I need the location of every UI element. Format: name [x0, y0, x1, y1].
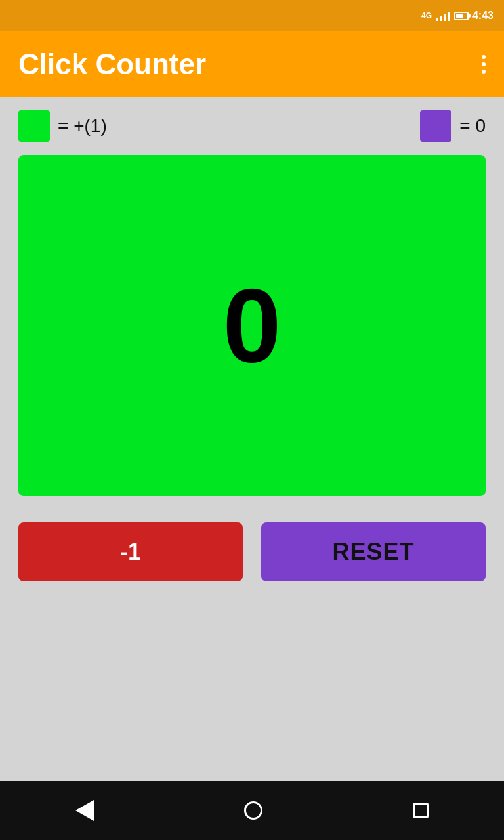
legend-right: = 0 — [420, 110, 486, 142]
back-icon — [75, 800, 94, 821]
more-dot — [482, 62, 486, 66]
legend-left: = +(1) — [18, 110, 107, 142]
network-indicator: 4G — [421, 11, 432, 20]
counter-value: 0 — [223, 273, 282, 378]
more-dot — [482, 70, 486, 74]
recents-button[interactable] — [413, 803, 429, 818]
reset-button[interactable]: RESET — [261, 522, 486, 581]
more-options-button[interactable] — [482, 55, 486, 74]
signal-icon — [436, 10, 450, 21]
increment-label: = +(1) — [58, 116, 107, 136]
nav-bar — [0, 781, 504, 840]
increment-swatch — [18, 110, 50, 142]
battery-icon — [454, 12, 469, 20]
reset-label: = 0 — [459, 116, 486, 136]
more-dot — [482, 55, 486, 59]
app-title: Click Counter — [18, 48, 206, 81]
back-button[interactable] — [75, 800, 94, 821]
spacer — [0, 595, 504, 781]
action-buttons: -1 RESET — [0, 496, 504, 595]
legend-row: = +(1) = 0 — [0, 97, 504, 155]
time-display: 4:43 — [472, 10, 494, 22]
reset-swatch — [420, 110, 452, 142]
decrement-button[interactable]: -1 — [18, 522, 243, 581]
app-bar: Click Counter — [0, 32, 504, 97]
counter-button[interactable]: 0 — [18, 155, 486, 496]
home-icon — [244, 801, 262, 820]
recents-icon — [413, 803, 429, 818]
home-button[interactable] — [244, 801, 262, 820]
status-bar: 4G 4:43 — [0, 0, 504, 32]
